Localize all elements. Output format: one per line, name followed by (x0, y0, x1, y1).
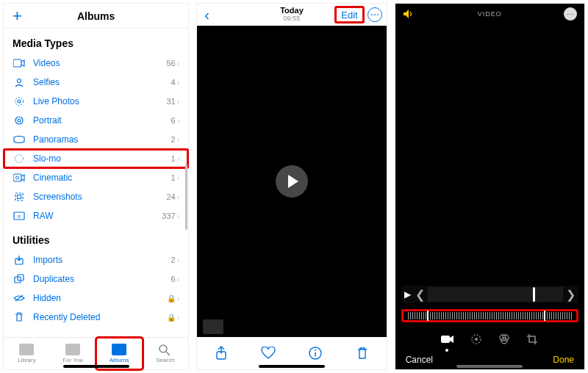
albums-title: Albums (77, 10, 115, 22)
video-preview-screen: ‹ Today 09:55 Edit ⋯ (196, 3, 387, 370)
editor-more-button[interactable]: ⋯ (564, 7, 577, 21)
home-indicator[interactable] (63, 365, 129, 368)
editor-header: VIDEO ⋯ (395, 4, 584, 24)
section-utilities: Utilities (4, 225, 188, 250)
chevron-icon: › (177, 192, 180, 201)
row-label: Live Photos (33, 96, 166, 106)
tab-search[interactable]: Search (143, 338, 189, 369)
play-button[interactable] (276, 165, 308, 198)
svg-rect-7 (13, 174, 21, 181)
thumbnail-strip[interactable] (203, 319, 223, 334)
row-count: 2 (171, 256, 176, 264)
svg-point-4 (15, 117, 23, 124)
svg-point-25 (475, 338, 478, 341)
video-area[interactable] (197, 26, 386, 337)
lock-icon: 🔒 (167, 294, 176, 303)
foryou-icon (65, 344, 80, 355)
row-label: Portrait (33, 115, 171, 126)
video-icon (12, 57, 26, 70)
svg-rect-0 (13, 59, 21, 67)
tab-library[interactable]: Library (4, 338, 50, 369)
back-button[interactable]: ‹ (204, 7, 209, 23)
tab-label: For You (62, 357, 83, 363)
more-button[interactable]: ⋯ (368, 7, 382, 22)
row-screenshots[interactable]: Screenshots 24 › (4, 187, 188, 206)
row-hidden[interactable]: Hidden 🔒 › (4, 289, 188, 308)
mode-crop[interactable] (526, 333, 538, 345)
row-label: Hidden (33, 293, 167, 303)
volume-button[interactable] (403, 9, 415, 19)
edit-button[interactable]: Edit (338, 8, 360, 22)
cinematic-icon (12, 171, 26, 184)
row-label: Recently Deleted (33, 312, 167, 322)
row-recently-deleted[interactable]: Recently Deleted 🔒 › (4, 308, 188, 327)
row-count: 24 (166, 192, 175, 201)
home-indicator[interactable] (259, 365, 325, 368)
favorite-button[interactable] (260, 345, 276, 361)
row-label: Panoramas (33, 134, 171, 145)
scrollbar[interactable] (185, 164, 187, 230)
row-portrait[interactable]: Portrait 6 › (4, 111, 188, 130)
row-count: 2 (171, 135, 176, 144)
row-label: Screenshots (33, 192, 166, 202)
video-editor-screen: VIDEO ⋯ ▶ ❮ ❯ Cancel Done (395, 3, 585, 370)
svg-point-3 (15, 98, 24, 106)
mode-filters[interactable] (498, 333, 510, 345)
tab-label: Library (18, 357, 35, 363)
chevron-icon: › (177, 211, 180, 220)
editor-video-area[interactable] (395, 24, 584, 287)
trim-track[interactable] (428, 287, 563, 302)
slomo-track[interactable] (408, 312, 572, 319)
svg-rect-10 (18, 195, 21, 199)
info-button[interactable] (307, 345, 323, 361)
trash-button[interactable] (354, 345, 370, 361)
mode-video[interactable] (441, 334, 454, 344)
slomo-speed-bar[interactable] (401, 309, 578, 322)
livephotos-icon (12, 95, 26, 108)
svg-point-21 (315, 350, 316, 351)
home-indicator[interactable] (456, 365, 523, 368)
row-count: 6 (171, 275, 176, 283)
editor-play-button[interactable]: ▶ (404, 289, 411, 300)
preview-title: Today 09:55 (280, 7, 304, 23)
editor-modes (395, 328, 584, 350)
raw-icon: R (12, 209, 26, 222)
panoramas-icon (12, 133, 26, 146)
svg-point-6 (15, 155, 24, 163)
trim-handle-right[interactable]: ❯ (566, 288, 576, 302)
cancel-button[interactable]: Cancel (406, 355, 433, 365)
row-videos[interactable]: Videos 56 › (4, 54, 188, 73)
svg-line-18 (166, 352, 170, 355)
row-count: 1 (171, 173, 176, 182)
done-button[interactable]: Done (553, 355, 574, 365)
mode-adjust[interactable] (470, 333, 482, 345)
slomo-icon (12, 152, 26, 165)
svg-point-2 (18, 100, 21, 103)
row-duplicates[interactable]: Duplicates 6 › (4, 269, 188, 289)
add-button[interactable]: + (12, 7, 22, 26)
row-label: Duplicates (33, 274, 171, 284)
row-cinematic[interactable]: Cinematic 1 › (4, 168, 188, 187)
preview-header: ‹ Today 09:55 Edit ⋯ (197, 4, 386, 26)
row-imports[interactable]: Imports 2 › (4, 250, 188, 269)
section-media-types: Media Types (4, 29, 188, 54)
row-panoramas[interactable]: Panoramas 2 › (4, 130, 188, 149)
svg-point-5 (18, 119, 21, 122)
row-label: Imports (33, 255, 171, 265)
chevron-icon: › (177, 275, 180, 283)
tab-label: Search (156, 357, 174, 363)
chevron-icon: › (177, 97, 180, 106)
share-button[interactable] (213, 345, 229, 361)
row-label: Selfies (33, 77, 171, 87)
chevron-icon: › (177, 173, 180, 182)
row-raw[interactable]: R RAW 337 › (4, 206, 188, 225)
row-selfies[interactable]: Selfies 4 › (4, 73, 188, 92)
svg-point-17 (159, 345, 167, 352)
selfies-icon (12, 76, 26, 89)
trim-handle-left[interactable]: ❮ (415, 288, 425, 302)
row-slomo[interactable]: Slo-mo 1 › (4, 149, 188, 168)
albums-screen: + Albums Media Types Videos 56 › Selfies… (3, 3, 189, 370)
row-livephotos[interactable]: Live Photos 31 › (4, 92, 188, 111)
screenshots-icon (12, 190, 26, 203)
trim-bar[interactable]: ▶ ❮ ❯ (401, 286, 578, 303)
